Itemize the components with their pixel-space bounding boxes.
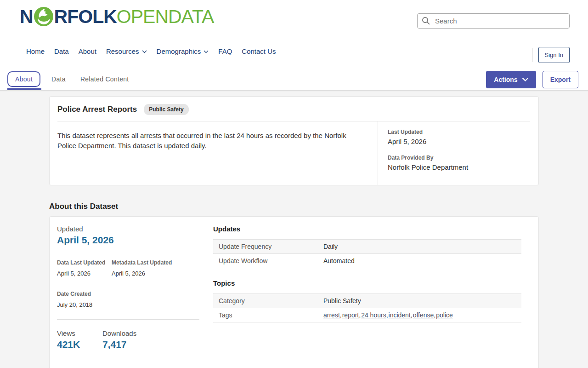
provided-by-value: Norfolk Police Department (388, 163, 530, 171)
topics-table: Category Public Safety Tags arrestreport… (213, 293, 521, 322)
tag-link-24-hours[interactable]: 24 hours (361, 311, 388, 319)
views-value: 421K (57, 339, 102, 350)
stats-column: Updated April 5, 2026 Data Last Updated … (57, 225, 199, 368)
stats-divider (57, 319, 199, 320)
data-last-updated-label: Data Last Updated (57, 259, 112, 266)
norfolk-mermaid-logo-icon (34, 6, 54, 27)
dataset-summary-card: Police Arrest Reports Public Safety This… (49, 96, 539, 185)
dataset-title-row: Police Arrest Reports Public Safety (57, 104, 530, 121)
updates-table: Update Frequency Daily Update Workflow A… (213, 239, 521, 268)
header-search (417, 13, 570, 29)
dataset-tabbar: About Data Related Content Actions Expor… (0, 68, 588, 91)
header-divider (532, 48, 532, 62)
data-last-updated-value: April 5, 2026 (57, 270, 112, 277)
nav-item-contact-us[interactable]: Contact Us (242, 47, 276, 55)
active-tab-underline (7, 88, 41, 90)
table-row: Update Workflow Automated (213, 254, 521, 268)
tag-link-arrest[interactable]: arrest (323, 311, 342, 319)
category-badge: Public Safety (144, 104, 188, 115)
update-frequency-value: Daily (318, 240, 521, 254)
page-content: Police Arrest Reports Public Safety This… (0, 91, 588, 368)
nav-item-about[interactable]: About (79, 47, 96, 55)
update-workflow-value: Automated (318, 254, 521, 268)
about-dataset-card: Updated April 5, 2026 Data Last Updated … (49, 216, 539, 368)
category-label: Category (213, 294, 318, 308)
table-row: Tags arrestreport24 hoursincidentoffense… (213, 308, 521, 322)
metadata-last-updated-group: Metadata Last Updated April 5, 2026 (112, 259, 172, 277)
search-input[interactable] (417, 13, 570, 29)
nav-item-demographics[interactable]: Demographics (157, 47, 209, 55)
metadata-last-updated-value: April 5, 2026 (112, 270, 172, 277)
tags-label: Tags (213, 308, 318, 322)
site-logo[interactable]: N RFOLK OPENDATA (20, 6, 214, 28)
updated-value: April 5, 2026 (57, 235, 199, 246)
views-group: Views 421K (57, 329, 102, 350)
about-section-heading: About this Dataset (49, 202, 588, 211)
dataset-summary-body: This dataset represents all arrests that… (57, 121, 530, 185)
last-updated-value: April 5, 2026 (388, 138, 530, 145)
last-updated-group: Last Updated April 5, 2026 (388, 129, 530, 145)
nav-item-faq[interactable]: FAQ (218, 47, 232, 55)
downloads-label: Downloads (102, 329, 136, 337)
chevron-down-icon (142, 50, 147, 53)
main-nav: Home Data About Resources Demographics F… (26, 47, 276, 55)
tag-link-police[interactable]: police (436, 311, 453, 319)
dataset-description: This dataset represents all arrests that… (57, 121, 378, 185)
sign-in-button[interactable]: Sign In (538, 47, 570, 63)
nav-item-data[interactable]: Data (54, 47, 69, 55)
logo-text-rfolk: RFOLK (54, 6, 117, 28)
last-updated-label: Last Updated (388, 129, 530, 135)
downloads-value: 7,417 (102, 339, 136, 350)
provided-by-label: Data Provided By (388, 155, 530, 161)
downloads-group: Downloads 7,417 (102, 329, 136, 350)
topics-heading: Topics (213, 279, 521, 287)
chevron-down-icon (522, 78, 528, 81)
provided-by-group: Data Provided By Norfolk Police Departme… (388, 155, 530, 171)
dataset-title: Police Arrest Reports (57, 105, 137, 114)
actions-button[interactable]: Actions (486, 71, 536, 88)
chevron-down-icon (204, 50, 209, 53)
nav-item-resources[interactable]: Resources (106, 47, 147, 55)
export-button[interactable]: Export (543, 71, 578, 88)
topics-block: Topics Category Public Safety Tags arres… (213, 279, 521, 322)
search-icon (422, 17, 430, 25)
date-created-label: Date Created (57, 291, 92, 297)
tab-about[interactable]: About (7, 71, 40, 87)
dataset-meta-panel: Last Updated April 5, 2026 Data Provided… (378, 121, 530, 185)
tab-data[interactable]: Data (44, 71, 73, 87)
tags-value: arrestreport24 hoursincidentoffensepolic… (318, 308, 521, 322)
tab-related-content[interactable]: Related Content (73, 71, 136, 87)
updated-label: Updated (57, 225, 199, 233)
metadata-last-updated-label: Metadata Last Updated (112, 259, 172, 266)
nav-item-home[interactable]: Home (26, 47, 45, 55)
update-workflow-label: Update Workflow (213, 254, 318, 268)
updates-heading: Updates (213, 225, 521, 233)
date-created-value: July 20, 2018 (57, 301, 92, 308)
tag-link-incident[interactable]: incident (389, 311, 413, 319)
table-row: Update Frequency Daily (213, 240, 521, 254)
site-header: N RFOLK OPENDATA Home Data About Resourc… (0, 0, 588, 68)
table-row: Category Public Safety (213, 294, 521, 308)
last-updated-pair: Data Last Updated April 5, 2026 Metadata… (57, 259, 199, 277)
tabbar-actions: Actions Export (486, 71, 578, 88)
update-frequency-label: Update Frequency (213, 240, 318, 254)
signin-zone: Sign In (532, 47, 570, 63)
category-value: Public Safety (318, 294, 521, 308)
metadata-tables-column: Updates Update Frequency Daily Update Wo… (213, 225, 521, 368)
date-created-group: Date Created July 20, 2018 (57, 291, 199, 308)
tag-link-report[interactable]: report (342, 311, 361, 319)
tag-link-offense[interactable]: offense (413, 311, 436, 319)
views-downloads-row: Views 421K Downloads 7,417 (57, 329, 199, 360)
data-last-updated-group: Data Last Updated April 5, 2026 (57, 259, 112, 277)
logo-text-opendata: OPENDATA (117, 6, 214, 28)
logo-text-n: N (20, 6, 33, 28)
views-label: Views (57, 329, 102, 337)
